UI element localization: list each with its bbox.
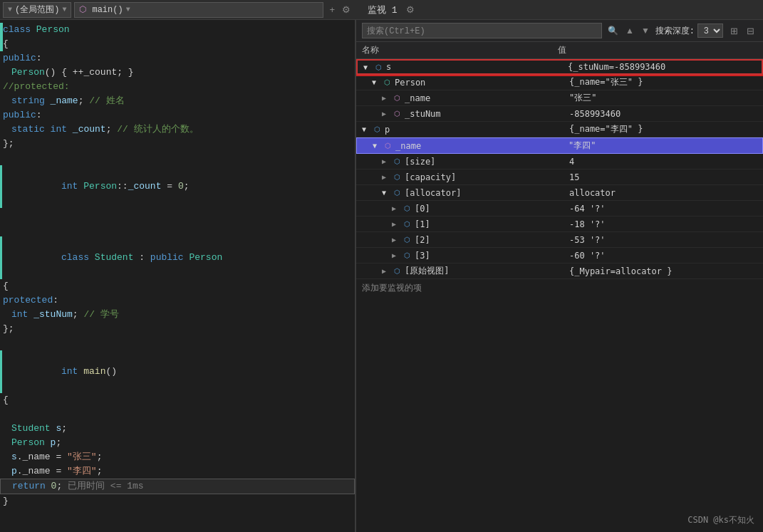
add-watch-row[interactable]: 添加要监视的项	[356, 279, 763, 297]
code-line-14[interactable]: class Student : public Person	[0, 236, 355, 279]
watch-row-person[interactable]: ▼ ⬡ Person {_name="张三" }	[356, 75, 763, 90]
search-icon[interactable]: 🔍	[606, 24, 620, 37]
code-line-20[interactable]: int main()	[0, 350, 355, 393]
watch-row-allocator[interactable]: ▼ ⬡ [allocator] allocator	[356, 185, 763, 201]
watch-value-s: {_stuNum=-858993460	[562, 61, 762, 73]
function-dropdown-arrow: ▼	[126, 6, 130, 14]
watch-row-s[interactable]: ▼ ⬡ s {_stuNum=-858993460	[356, 59, 763, 75]
code-line-4[interactable]: Person() { ++_count; }	[0, 66, 355, 80]
search-depth-label: 搜索深度:	[655, 25, 695, 37]
expand-size[interactable]: ▶	[382, 157, 390, 165]
search-input[interactable]	[428, 26, 597, 36]
code-line-19[interactable]	[0, 336, 355, 350]
watch-row-capacity[interactable]: ▶ ⬡ [capacity] 15	[356, 169, 763, 185]
watch-name-3: ▶ ⬡ [3]	[356, 249, 564, 262]
watch-row-s-name[interactable]: ▶ ⬡ _name "张三"	[356, 90, 763, 106]
code-line-7[interactable]: public:	[0, 108, 355, 122]
watch-value-person: {_name="张三" }	[564, 75, 763, 90]
code-line-2[interactable]: {	[0, 37, 355, 51]
code-line-17[interactable]: int _stuNum; // 学号	[0, 308, 355, 322]
expand-2[interactable]: ▶	[392, 236, 400, 244]
function-dropdown[interactable]: ⬡ main() ▼	[74, 2, 323, 18]
expand-s-name[interactable]: ▶	[382, 94, 390, 102]
code-line-22[interactable]	[0, 407, 355, 422]
editor-settings-button[interactable]: ⚙	[339, 3, 353, 16]
watch-panel-title: 监视 1	[368, 4, 398, 16]
code-line-13[interactable]	[0, 222, 355, 236]
watch-tool-pin[interactable]: ⊞	[727, 24, 741, 38]
watch-name-2: ▶ ⬡ [2]	[356, 234, 564, 246]
code-line-1[interactable]: class Person	[0, 23, 355, 37]
icon-0: ⬡	[402, 204, 412, 214]
expand-capacity[interactable]: ▶	[382, 173, 390, 181]
watch-row-p[interactable]: ▼ ⬡ p {_name="李四" }	[356, 122, 763, 137]
expand-3[interactable]: ▶	[392, 251, 400, 259]
code-line-21[interactable]: {	[0, 393, 355, 407]
watch-value-0: -64 '?'	[564, 202, 763, 215]
search-depth-container: 搜索深度: 3 1 2 4 5	[655, 24, 723, 38]
watch-row-0[interactable]: ▶ ⬡ [0] -64 '?'	[356, 201, 763, 217]
settings-icon[interactable]: ⚙	[403, 3, 417, 16]
expand-allocator[interactable]: ▼	[382, 189, 390, 197]
line-marker-2	[0, 37, 3, 51]
watch-name-rawview: ▶ ⬡ [原始视图]	[356, 264, 564, 278]
expand-s-stunum[interactable]: ▶	[382, 110, 390, 118]
watch-tool-expand[interactable]: ⊟	[744, 24, 757, 38]
watch-name-s-stunum: ▶ ⬡ _stuNum	[356, 108, 564, 120]
code-line-9[interactable]: };	[0, 137, 355, 151]
expand-rawview[interactable]: ▶	[382, 267, 390, 275]
expand-p-name[interactable]: ▼	[373, 142, 381, 150]
expand-p[interactable]: ▼	[362, 125, 370, 133]
code-line-28[interactable]: }	[0, 494, 355, 508]
icon-3: ⬡	[402, 251, 412, 261]
code-line-10[interactable]	[0, 151, 355, 165]
code-line-12[interactable]	[0, 208, 355, 222]
code-line-16[interactable]: protected:	[0, 293, 355, 308]
code-line-25[interactable]: s._name = "张三";	[0, 450, 355, 464]
scope-dropdown-arrow: ▼	[62, 6, 66, 14]
code-line-26[interactable]: p._name = "李四";	[0, 464, 355, 479]
watch-value-allocator: allocator	[564, 187, 763, 199]
watch-row-p-name[interactable]: ▼ ⬡ _name "李四"	[356, 137, 763, 154]
search-up-icon[interactable]: ▲	[624, 24, 635, 37]
col-value-header: 值	[558, 44, 757, 56]
watermark: CSDN @ks不知火	[687, 514, 754, 526]
code-line-11[interactable]: int Person::_count = 0;	[0, 165, 355, 208]
search-down-icon[interactable]: ▼	[640, 24, 651, 37]
icon-person: ⬡	[382, 78, 392, 88]
watch-row-3[interactable]: ▶ ⬡ [3] -60 '?'	[356, 248, 763, 264]
watch-name-allocator: ▼ ⬡ [allocator]	[356, 187, 564, 199]
code-line-27[interactable]: return 0; 已用时间 <= 1ms	[0, 479, 355, 494]
watch-name-size: ▶ ⬡ [size]	[356, 155, 564, 168]
code-line-6[interactable]: string _name; // 姓名	[0, 94, 355, 108]
watch-name-p-name: ▼ ⬡ _name	[357, 140, 563, 152]
watch-value-size: 4	[564, 155, 763, 168]
code-line-24[interactable]: Person p;	[0, 436, 355, 450]
expand-person[interactable]: ▼	[372, 78, 380, 86]
watch-row-1[interactable]: ▶ ⬡ [1] -18 '?'	[356, 217, 763, 232]
search-container: 搜索(Ctrl+E)	[362, 23, 602, 38]
search-depth-select[interactable]: 3 1 2 4 5	[697, 24, 723, 38]
expand-1[interactable]: ▶	[392, 220, 400, 228]
watch-value-s-name: "张三"	[564, 90, 763, 105]
watch-name-1: ▶ ⬡ [1]	[356, 218, 564, 231]
code-line-3[interactable]: public:	[0, 51, 355, 66]
editor-top-bar: ▼ (全局范围) ▼ ⬡ main() ▼ + ⚙ 监视 1 ⚙	[0, 0, 763, 20]
watch-row-s-stunum[interactable]: ▶ ⬡ _stuNum -858993460	[356, 106, 763, 122]
expand-0[interactable]: ▶	[392, 204, 400, 212]
code-line-8[interactable]: static int _count; // 统计人的个数。	[0, 122, 355, 137]
icon-2: ⬡	[402, 235, 412, 245]
code-line-23[interactable]: Student s;	[0, 422, 355, 436]
expand-s[interactable]: ▼	[363, 63, 372, 71]
editor-add-button[interactable]: +	[326, 3, 338, 16]
watch-row-2[interactable]: ▶ ⬡ [2] -53 '?'	[356, 232, 763, 248]
watch-row-rawview[interactable]: ▶ ⬡ [原始视图] {_Mypair=allocator }	[356, 264, 763, 279]
code-line-15[interactable]: {	[0, 279, 355, 293]
watch-row-size[interactable]: ▶ ⬡ [size] 4	[356, 154, 763, 169]
icon-size: ⬡	[392, 157, 402, 167]
code-line-18[interactable]: };	[0, 322, 355, 336]
watch-toolbar: ⊞ ⊟	[727, 24, 757, 38]
watch-value-capacity: 15	[564, 171, 763, 184]
scope-dropdown[interactable]: ▼ (全局范围) ▼	[3, 2, 71, 18]
code-line-5[interactable]: //protected:	[0, 80, 355, 94]
